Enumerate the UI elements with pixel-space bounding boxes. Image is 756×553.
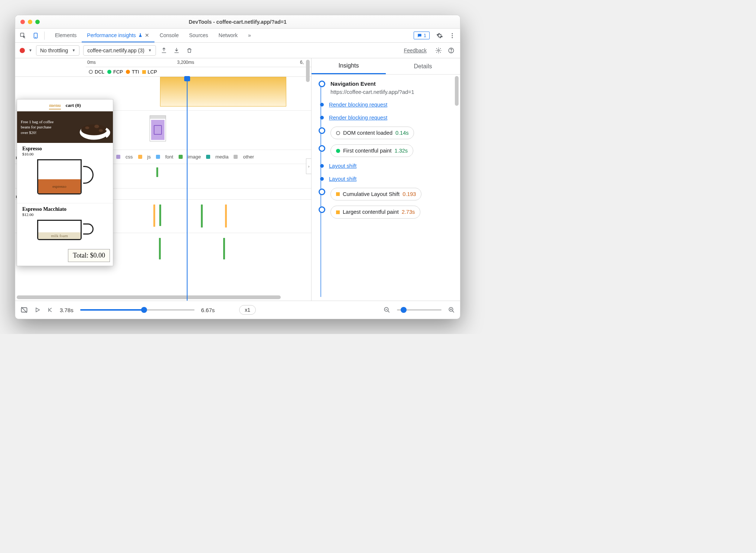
page-preview: menu cart (0) Free 1 bag of coffee beans… (17, 99, 113, 266)
horizontal-scrollbar[interactable] (17, 295, 304, 300)
zoom-out-icon[interactable] (384, 307, 390, 313)
timeline-node-icon (320, 177, 324, 181)
tab-network[interactable]: Network (214, 29, 243, 42)
throttling-select[interactable]: No throttling ▼ (36, 45, 79, 56)
export-icon[interactable] (160, 46, 169, 55)
maximize-window-button[interactable] (35, 20, 40, 24)
tab-elements[interactable]: Elements (50, 29, 82, 42)
playhead[interactable] (187, 77, 188, 301)
chevron-down-icon: ▼ (148, 48, 152, 52)
time-slider[interactable] (80, 309, 195, 311)
svg-point-12 (94, 125, 99, 128)
svg-point-13 (99, 129, 103, 132)
svg-point-11 (85, 127, 89, 129)
feedback-link[interactable]: Feedback (404, 48, 427, 53)
settings-gear-icon[interactable] (434, 30, 445, 41)
timeline-node-icon (319, 81, 325, 87)
resource-bar[interactable] (225, 204, 227, 228)
import-icon[interactable] (172, 46, 181, 55)
svg-marker-16 (36, 308, 39, 312)
insight-navigation: Navigation Event https://coffee-cart.net… (316, 80, 454, 96)
time-ruler[interactable]: 0ms 3,200ms 6, (86, 58, 311, 67)
play-icon[interactable] (35, 307, 40, 313)
end-time: 6.67s (201, 307, 215, 313)
screenshot-thumbnail[interactable] (150, 115, 166, 141)
insight-dcl: DOM content loaded 0.14s (316, 127, 454, 139)
timeline-node-icon (319, 127, 325, 134)
tab-details[interactable]: Details (386, 58, 460, 74)
markers-row: DCL FCP TTI LCP (15, 67, 311, 77)
resource-bar[interactable] (156, 167, 158, 177)
svg-point-10 (81, 124, 107, 135)
timeline-node-icon (320, 103, 324, 107)
recording-select[interactable]: coffee-cart.netlify.app (3) ▼ (83, 45, 156, 56)
preview-banner: Free 1 bag of coffee beans for purchase … (17, 111, 113, 143)
resource-bar[interactable] (201, 204, 203, 228)
timeline-pane: 0ms 3,200ms 6, DCL FCP TTI LCP ▶ css (15, 58, 312, 301)
more-menu-icon[interactable] (447, 30, 458, 41)
svg-point-3 (452, 33, 453, 34)
panel-settings-gear-icon[interactable] (434, 46, 443, 55)
resource-bar[interactable] (223, 238, 225, 259)
svg-point-4 (452, 35, 453, 36)
playback-rate[interactable]: x1 (239, 305, 256, 315)
skip-start-icon[interactable] (47, 307, 53, 313)
resource-bar[interactable] (159, 238, 161, 259)
help-icon[interactable] (447, 46, 456, 55)
window-title: DevTools - coffee-cart.netlify.app/?ad=1 (15, 19, 460, 25)
delete-icon[interactable] (185, 46, 194, 55)
track-area[interactable]: ▶ css js font image media other ▶ (15, 77, 311, 301)
titlebar: DevTools - coffee-cart.netlify.app/?ad=1 (15, 15, 460, 29)
panel-tabs: Elements Performance insights ✕ Console … (50, 29, 256, 42)
vertical-scrollbar[interactable] (306, 58, 310, 301)
resource-bar[interactable] (153, 204, 155, 227)
record-menu-chevron-icon[interactable]: ▼ (29, 48, 32, 52)
traffic-lights (20, 20, 40, 24)
device-toolbar-icon[interactable] (30, 30, 41, 41)
preview-cart-link: cart (0) (66, 102, 81, 108)
zoom-slider[interactable] (397, 309, 441, 311)
preview-menu-link: menu (49, 102, 61, 109)
insight-lcp: Largest contentful paint 2.73s (316, 206, 454, 218)
tab-console[interactable]: Console (154, 29, 184, 42)
tab-sources[interactable]: Sources (184, 29, 213, 42)
panel-tabs-row: Elements Performance insights ✕ Console … (15, 29, 460, 43)
svg-line-20 (388, 311, 390, 313)
close-tab-icon[interactable]: ✕ (145, 32, 149, 38)
main-thread-block[interactable] (160, 77, 286, 107)
vertical-scrollbar[interactable] (455, 75, 459, 301)
insight-layout-shift: Layout shift (316, 175, 454, 183)
tab-insights[interactable]: Insights (312, 58, 386, 74)
ruler-tick: 3,200ms (177, 60, 194, 65)
zoom-in-icon[interactable] (448, 307, 455, 313)
timeline-node-icon (319, 145, 325, 152)
insight-render-block: Render blocking request (316, 114, 454, 121)
insights-timeline: Navigation Event https://coffee-cart.net… (312, 75, 460, 301)
minimize-window-button[interactable] (28, 20, 32, 24)
resource-legend: css js font image media other (116, 154, 254, 160)
svg-line-24 (452, 311, 454, 313)
close-window-button[interactable] (20, 20, 25, 24)
main-split: 0ms 3,200ms 6, DCL FCP TTI LCP ▶ css (15, 58, 460, 301)
insight-fcp: First contentful paint 1.32s (316, 144, 454, 157)
flask-icon (138, 33, 143, 37)
replay-disabled-icon[interactable] (20, 306, 28, 314)
issues-badge[interactable]: 1 (414, 32, 430, 39)
tabs-overflow-button[interactable]: » (243, 29, 256, 42)
marker-tti: TTI (126, 69, 139, 75)
record-button[interactable] (20, 48, 25, 53)
marker-fcp: FCP (107, 69, 123, 75)
marker-dcl: DCL (89, 69, 104, 75)
timeline-node-icon (319, 189, 325, 195)
inspect-element-icon[interactable] (17, 30, 29, 41)
resource-bar[interactable] (159, 204, 161, 226)
preview-total: Total: $0.00 (68, 249, 110, 262)
svg-point-8 (451, 52, 451, 52)
devtools-window: DevTools - coffee-cart.netlify.app/?ad=1… (15, 15, 460, 319)
current-time: 3.78s (60, 307, 74, 313)
svg-point-6 (438, 49, 440, 51)
timeline-node-icon (320, 164, 324, 168)
tab-performance-insights[interactable]: Performance insights ✕ (82, 29, 154, 42)
insights-pane: Insights Details Navigation Event https:… (312, 58, 460, 301)
collapse-sidebar-button[interactable]: › (306, 158, 311, 174)
